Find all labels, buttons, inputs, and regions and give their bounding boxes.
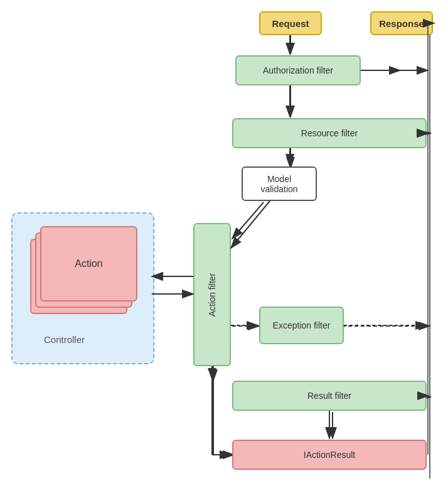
action-label: Action <box>75 258 102 269</box>
model-validation-box: Model validation <box>242 166 317 201</box>
exception-filter-label: Exception filter <box>273 320 331 330</box>
action-filter-label: Action filter <box>207 273 217 316</box>
resource-filter-box: Resource filter <box>232 118 427 148</box>
diagram: Request Response Authorization filter Re… <box>0 0 448 500</box>
iaction-result-box: IActionResult <box>232 440 427 470</box>
model-validation-label: Model validation <box>260 174 297 194</box>
iaction-result-label: IActionResult <box>304 450 355 460</box>
auth-filter-box: Authorization filter <box>235 55 361 85</box>
result-filter-box: Result filter <box>232 381 427 411</box>
action-card-1: Action <box>40 226 137 302</box>
request-label: Request <box>272 18 309 29</box>
exception-filter-box: Exception filter <box>259 307 344 344</box>
svg-line-35 <box>231 201 270 248</box>
svg-line-6 <box>232 202 264 239</box>
request-box: Request <box>259 11 322 35</box>
response-box: Response <box>370 11 433 35</box>
auth-filter-label: Authorization filter <box>263 65 333 75</box>
action-filter-box: Action filter <box>193 223 231 366</box>
response-label: Response <box>379 18 424 29</box>
result-filter-label: Result filter <box>307 391 351 401</box>
controller-label: Controller <box>44 334 85 345</box>
resource-filter-label: Resource filter <box>301 128 358 138</box>
